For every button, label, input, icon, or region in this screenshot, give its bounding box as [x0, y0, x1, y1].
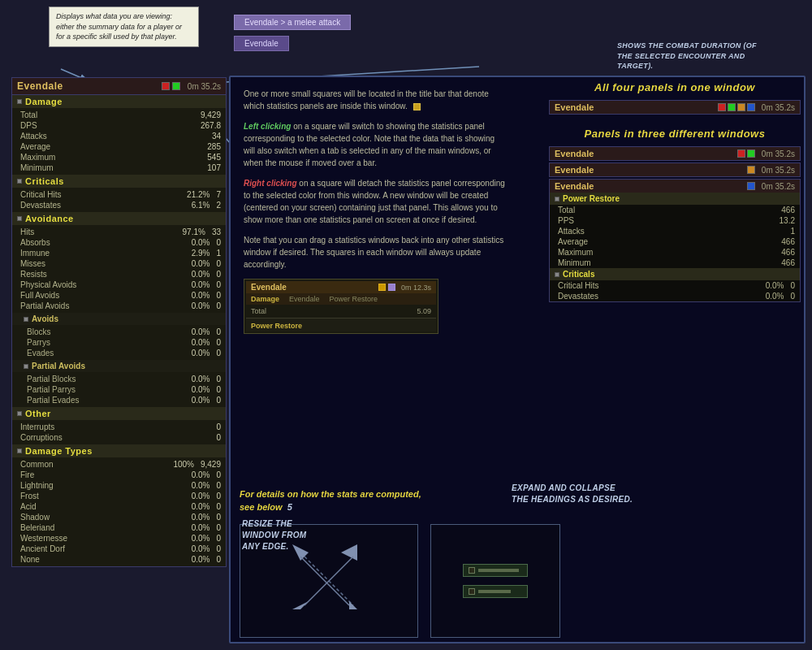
three-windows-title: Panels in three different windows [549, 128, 801, 140]
panel-title: Evendale [17, 80, 63, 92]
dot-green[interactable] [172, 82, 180, 90]
nav-button-2[interactable]: Evendale [234, 36, 289, 51]
preview-dot-orange [378, 284, 386, 291]
damage-types-section-header[interactable]: Damage Types [12, 444, 226, 457]
collapse-icon [17, 99, 22, 104]
partial-avoids-sub-header[interactable]: Partial Avoids [12, 360, 226, 372]
dot-green[interactable] [747, 150, 755, 158]
table-row: Partial Blocks0.0%0 [12, 374, 226, 384]
left-annotation-text: Displays what data you are viewing: eith… [56, 12, 182, 41]
table-row: Ancient Dorf0.0%0 [12, 544, 226, 554]
damage-types-rows: Common100%9,429 Fire0.0%0 Lightning0.0%0… [12, 457, 226, 566]
table-row: Blocks0.0%0 [12, 327, 226, 337]
criticals-section-header[interactable]: Criticals [12, 175, 226, 188]
preview-dot-purple [388, 284, 395, 291]
collapse-icon [17, 179, 22, 184]
collapse-icon [555, 197, 559, 202]
table-row: Maximum545 [12, 152, 226, 162]
svg-marker-11 [349, 601, 357, 609]
damage-label: Damage [25, 97, 63, 106]
left-click-note: Left clicking on a square will switch to… [244, 120, 507, 169]
table-row: Resists0.0%0 [12, 269, 226, 280]
dot-red[interactable] [162, 82, 170, 90]
partial-avoids-label: Partial Avoids [32, 362, 85, 370]
collapse-icon [24, 364, 28, 369]
window-1: Evendale 0m 35.2s [549, 146, 801, 161]
dot-orange[interactable] [737, 103, 745, 111]
table-row: PPS13.2 [550, 215, 800, 226]
dot-green[interactable] [728, 103, 736, 111]
dot-blue[interactable] [747, 103, 755, 111]
collapse-icon [17, 216, 22, 221]
all-four-title: All four panels in one window [549, 81, 801, 93]
table-row: Common100%9,429 [12, 459, 226, 470]
power-restore-header[interactable]: Power Restore [550, 193, 800, 205]
left-stats-panel: Evendale 0m 35.2s Damage Total9,429 DPS2… [11, 77, 227, 567]
partial-avoids-rows: Partial Blocks0.0%0 Partial Parrys0.0%0 … [12, 372, 226, 407]
table-row: Critical Hits0.0%0 [550, 280, 800, 291]
table-row: Attacks1 [550, 226, 800, 236]
table-row: Partial Evades0.0%0 [12, 395, 226, 405]
other-section-header[interactable]: Other [12, 407, 226, 420]
table-row: Lightning0.0%0 [12, 480, 226, 491]
table-row: Maximum466 [550, 247, 800, 258]
table-row: Total466 [550, 205, 800, 215]
table-row: Devastates0.0%0 [550, 291, 800, 301]
collapse-icon [24, 317, 28, 322]
window-3: Evendale 0m 35.2s Power Restore Total466… [549, 179, 801, 302]
dot-red[interactable] [737, 150, 745, 158]
all-four-panel: Evendale 0m 35.2s [549, 100, 801, 115]
expand-demo-item-2 [463, 585, 528, 598]
dot-orange[interactable] [747, 166, 755, 174]
table-row: Frost0.0%0 [12, 491, 226, 501]
squares-note: One or more small squares will be locate… [244, 88, 507, 112]
table-row: Attacks34 [12, 131, 226, 141]
table-row: Partial Parrys0.0%0 [12, 384, 226, 395]
svg-line-12 [300, 557, 349, 605]
criticals-rows: Critical Hits21.2%7 Devastates6.1%2 [12, 188, 226, 212]
expand-bar [478, 569, 519, 572]
panel-controls: 0m 35.2s [162, 82, 221, 91]
damage-rows: Total9,429 DPS267.8 Attacks34 Average285… [12, 108, 226, 175]
avoidance-label: Avoidance [25, 214, 74, 223]
expand-icon [469, 567, 475, 574]
left-annotation-box: Displays what data you are viewing: eith… [49, 6, 199, 47]
dot-red[interactable] [718, 103, 726, 111]
svg-marker-14 [292, 601, 309, 609]
table-row: Interrupts0 [12, 422, 226, 432]
collapse-icon [17, 448, 22, 453]
table-row: Average466 [550, 236, 800, 247]
criticals-sub-header[interactable]: Criticals [550, 268, 800, 280]
nav-button-1[interactable]: Evendale > a melee attack [234, 15, 351, 30]
table-row: Parrys0.0%0 [12, 337, 226, 348]
criticals-sub-rows: Critical Hits0.0%0 Devastates0.0%0 [550, 280, 800, 301]
panel-title-bar: Evendale 0m 35.2s [12, 78, 226, 95]
table-row: Beleriand0.0%0 [12, 522, 226, 533]
table-row: Minimum107 [12, 162, 226, 173]
info-text-area: One or more small squares will be locate… [237, 81, 513, 340]
expand-collapse-annotation: Expand and Collapse the headings as desi… [512, 483, 633, 505]
avoids-rows: Blocks0.0%0 Parrys0.0%0 Evades0.0%0 [12, 325, 226, 360]
table-row: Evades0.0%0 [12, 348, 226, 358]
table-row: DPS267.8 [12, 120, 226, 131]
table-row: Misses0.0%0 [12, 258, 226, 269]
yellow-square-icon [413, 103, 421, 110]
table-row: Physical Avoids0.0%0 [12, 280, 226, 290]
expand-demo-item [463, 564, 528, 577]
dot-blue[interactable] [747, 182, 755, 190]
other-rows: Interrupts0 Corruptions0 [12, 420, 226, 444]
damage-section-header[interactable]: Damage [12, 95, 226, 108]
table-row: Total9,429 [12, 110, 226, 120]
right-demo-area: All four panels in one window Evendale 0… [549, 81, 801, 304]
avoids-sub-header[interactable]: Avoids [12, 313, 226, 325]
svg-marker-13 [341, 544, 357, 561]
window-2: Evendale 0m 35.2s [549, 162, 801, 177]
resize-arrows-icon [288, 540, 369, 622]
power-restore-rows: Total466 PPS13.2 Attacks1 Average466 Max… [550, 205, 800, 268]
resize-note: Resize the window from any edge. [242, 518, 323, 552]
avoidance-section-header[interactable]: Avoidance [12, 212, 226, 225]
right-annotation-text: Shows the combat duration (of the select… [617, 41, 763, 72]
table-row: Partial Avoids0.0%0 [12, 301, 226, 311]
avoids-label: Avoids [32, 314, 58, 323]
panel-time: 0m 35.2s [188, 82, 221, 91]
